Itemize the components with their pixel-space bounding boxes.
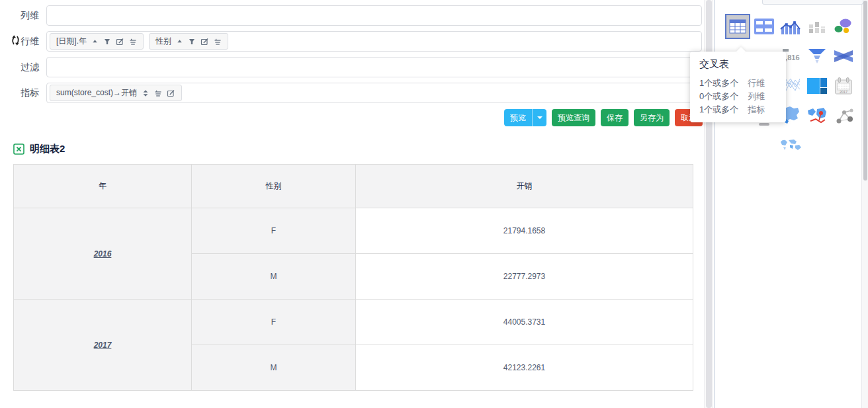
tooltip-title: 交叉表 bbox=[699, 58, 777, 71]
stacked-bar-icon bbox=[808, 19, 826, 34]
chart-type-world-map[interactable] bbox=[779, 138, 803, 155]
rule-target: 列维 bbox=[748, 90, 765, 103]
caret-up-icon[interactable] bbox=[176, 38, 183, 45]
column-header-cost: 开销 bbox=[356, 165, 693, 208]
column-dim-input[interactable] bbox=[46, 5, 702, 26]
chart-type-pivot-table[interactable] bbox=[754, 19, 774, 37]
bar-line-combo-icon bbox=[780, 18, 801, 35]
row-dim-tag-gender[interactable]: 性别 bbox=[149, 33, 228, 50]
metric-label: 指标 bbox=[0, 87, 39, 99]
metric-input[interactable]: sum(store_cost)→开销 bbox=[46, 83, 702, 103]
cost-cell: 22777.2973 bbox=[356, 254, 693, 300]
excel-export-icon[interactable] bbox=[13, 143, 24, 155]
chart-type-map-route[interactable] bbox=[806, 106, 828, 128]
table-header-row: 年 性别 开销 bbox=[14, 165, 693, 208]
result-table: 年 性别 开销 2016 F 21794.1658 M 22777.2973 2… bbox=[13, 164, 693, 391]
edit-icon[interactable] bbox=[167, 89, 175, 97]
sankey-icon bbox=[834, 49, 853, 63]
cost-cell: 44005.3731 bbox=[356, 300, 693, 345]
chart-type-gauge-partial[interactable] bbox=[759, 123, 769, 126]
calendar-icon: 2017 bbox=[834, 77, 853, 95]
save-as-button[interactable]: 另存为 bbox=[634, 109, 670, 126]
chart-type-crosstab-selected[interactable] bbox=[725, 14, 750, 39]
rule-target: 指标 bbox=[748, 103, 765, 116]
detail-table-header: 明细表2 bbox=[13, 143, 65, 155]
rule-target: 行维 bbox=[748, 77, 765, 90]
rule-count: 1个或多个 bbox=[699, 103, 738, 116]
cost-cell: 21794.1658 bbox=[356, 208, 693, 254]
panel-top-sliver bbox=[762, 0, 863, 5]
gender-cell: M bbox=[192, 345, 356, 391]
funnel-icon bbox=[808, 48, 826, 65]
preview-dropdown-caret[interactable] bbox=[532, 109, 546, 126]
edit-icon[interactable] bbox=[200, 38, 209, 46]
scrollbar-thumb[interactable] bbox=[863, 1, 867, 181]
tag-label: 性别 bbox=[155, 36, 171, 47]
gender-cell: F bbox=[192, 300, 356, 345]
table-row: 2016 F 21794.1658 bbox=[14, 208, 693, 254]
chart-type-bar-line-combo[interactable] bbox=[780, 18, 801, 38]
sort-icon[interactable] bbox=[142, 89, 150, 97]
filter-icon[interactable] bbox=[103, 38, 111, 46]
tooltip-rule: 1个或多个 指标 bbox=[699, 103, 777, 116]
year-drill-link[interactable]: 2016 bbox=[14, 208, 192, 300]
row-dim-tag-date-year[interactable]: [日期].年 bbox=[50, 33, 144, 50]
gender-cell: F bbox=[192, 208, 356, 254]
total-lines-icon[interactable] bbox=[154, 89, 162, 97]
chart-type-calendar-heatmap[interactable]: 2017 bbox=[834, 77, 853, 98]
gender-cell: M bbox=[192, 254, 356, 300]
save-button[interactable]: 保存 bbox=[601, 109, 629, 126]
preview-query-button[interactable]: 预览查询 bbox=[552, 109, 595, 126]
world-map-icon bbox=[779, 138, 803, 153]
tooltip-rule: 0个或多个 列维 bbox=[699, 90, 777, 103]
treemap-icon bbox=[807, 78, 827, 94]
filter-input[interactable] bbox=[46, 57, 702, 77]
relation-graph-icon bbox=[834, 107, 854, 126]
column-header-year: 年 bbox=[14, 165, 192, 208]
map-route-icon bbox=[806, 106, 828, 125]
table-row: 2017 F 44005.3731 bbox=[14, 300, 693, 345]
chart-type-treemap[interactable] bbox=[807, 78, 827, 97]
year-drill-link[interactable]: 2017 bbox=[14, 300, 192, 391]
rule-count: 0个或多个 bbox=[699, 90, 738, 103]
crosstab-icon bbox=[729, 19, 746, 34]
bubble-chart-icon bbox=[834, 18, 853, 35]
preview-button[interactable]: 预览 bbox=[504, 109, 532, 126]
caret-down-icon bbox=[537, 116, 542, 122]
chart-type-stacked-bar[interactable] bbox=[808, 19, 826, 36]
toolbar: 预览 预览查询 保存 另存为 取消 bbox=[46, 109, 703, 126]
chart-type-sankey[interactable] bbox=[834, 49, 853, 66]
chart-type-bubble[interactable] bbox=[834, 18, 853, 38]
chart-type-relation-graph[interactable] bbox=[834, 107, 854, 128]
row-dim-input[interactable]: [日期].年 性别 bbox=[46, 31, 702, 52]
total-lines-icon[interactable] bbox=[129, 38, 137, 46]
filter-icon[interactable] bbox=[188, 38, 196, 46]
tooltip-rule: 1个或多个 行维 bbox=[699, 77, 777, 90]
swap-axes-icon[interactable] bbox=[11, 34, 21, 46]
caret-up-icon[interactable] bbox=[91, 38, 99, 45]
tag-label: sum(store_cost)→开销 bbox=[56, 87, 137, 99]
column-dim-label: 列维 bbox=[0, 10, 39, 22]
column-header-gender: 性别 bbox=[192, 165, 356, 208]
edit-icon[interactable] bbox=[116, 38, 124, 46]
calendar-year-label: 2017 bbox=[840, 90, 847, 94]
preview-split-button: 预览 bbox=[504, 109, 546, 126]
total-lines-icon[interactable] bbox=[214, 38, 222, 46]
chart-type-funnel[interactable] bbox=[808, 48, 826, 67]
tag-label: [日期].年 bbox=[56, 36, 87, 47]
tooltip-arrow bbox=[736, 47, 746, 56]
page-scrollbar[interactable] bbox=[861, 0, 868, 408]
pivot-table-icon bbox=[754, 19, 774, 34]
detail-table-title: 明细表2 bbox=[30, 143, 65, 155]
filter-label: 过滤 bbox=[0, 61, 39, 73]
rule-count: 1个或多个 bbox=[699, 77, 738, 90]
metric-tag-store-cost[interactable]: sum(store_cost)→开销 bbox=[50, 85, 182, 101]
cost-cell: 42123.2261 bbox=[356, 345, 693, 391]
crosstab-tooltip: 交叉表 1个或多个 行维 0个或多个 列维 1个或多个 指标 bbox=[690, 52, 786, 122]
